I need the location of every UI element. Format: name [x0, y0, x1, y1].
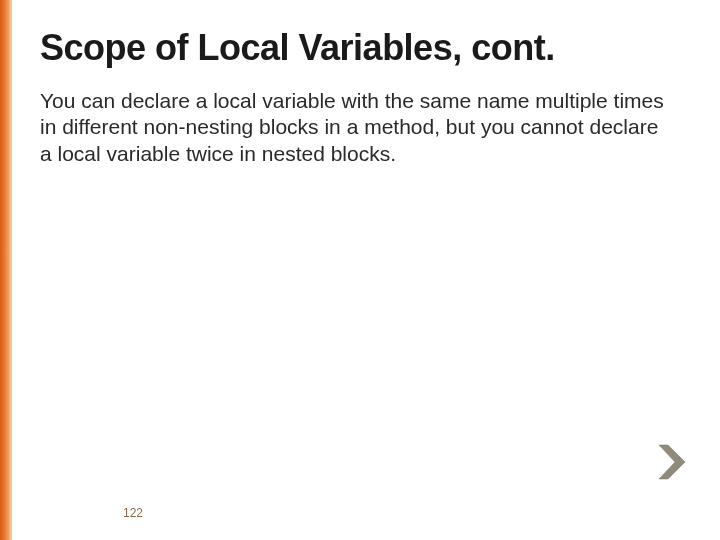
- slide-content: Scope of Local Variables, cont. You can …: [12, 0, 720, 540]
- slide-body-text: You can declare a local variable with th…: [40, 88, 670, 169]
- accent-bar: [0, 0, 12, 540]
- chevron-right-icon: [658, 444, 688, 480]
- page-number: 122: [123, 506, 143, 520]
- slide-title: Scope of Local Variables, cont.: [40, 28, 686, 68]
